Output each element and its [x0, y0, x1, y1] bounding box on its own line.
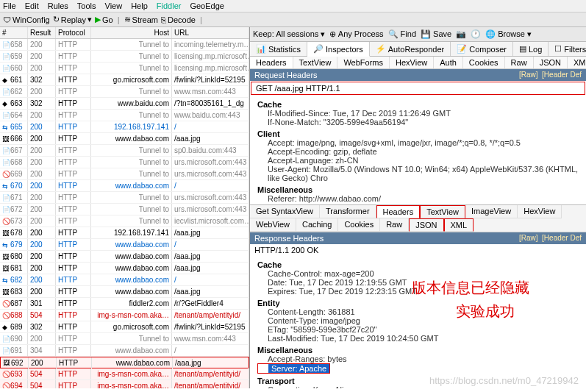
session-row[interactable]: 📄690200HTTPTunnel towww.msn.com:443	[0, 333, 249, 345]
session-row[interactable]: 📄672200HTTPTunnel tours.microsoft.com:44…	[0, 204, 249, 215]
row-icon: 🚫	[2, 371, 10, 378]
col-protocol[interactable]: Protocol	[56, 27, 91, 38]
header-def-link[interactable]: [Header Def	[542, 71, 582, 79]
reqtab-hexview[interactable]: HexView	[390, 57, 434, 68]
response-headers[interactable]: Cache Cache-Control: max-age=200 Date: T…	[250, 256, 586, 388]
session-row[interactable]: 🚫669200HTTPTunnel tours.microsoft.com:44…	[0, 168, 249, 180]
reqtab-textview[interactable]: TextView	[293, 57, 338, 68]
any-process-button[interactable]: ⊕ Any Process	[329, 29, 383, 39]
session-row[interactable]: 🖼683200HTTPwww.dabao.com/aaa.jpg	[0, 286, 249, 298]
save-button[interactable]: 💾 Save	[421, 29, 451, 39]
stream-button[interactable]: ≋ Stream	[124, 15, 158, 24]
session-row[interactable]: 🚫694504HTTPimg-s-msn-com.aka…/tenant/amp…	[0, 380, 249, 388]
reqtab-auth[interactable]: Auth	[434, 57, 463, 68]
resptab-imageview[interactable]: ImageView	[465, 205, 518, 218]
clock-icon[interactable]: 🕐	[471, 29, 481, 39]
session-row[interactable]: ⇆679200HTTPwww.dabao.com/	[0, 239, 249, 251]
go-button[interactable]: ▶ Go	[95, 15, 113, 24]
col-host[interactable]: Host	[91, 27, 172, 38]
raw-link[interactable]: [Raw]	[519, 71, 538, 79]
session-row[interactable]: ⇆670200HTTPwww.dabao.com/	[0, 180, 249, 192]
session-row[interactable]: 📄671200HTTPTunnel tours.microsoft.com:44…	[0, 192, 249, 204]
session-row[interactable]: 📄668200HTTPTunnel tours.microsoft.com:44…	[0, 157, 249, 168]
stream-label: Stream	[132, 15, 158, 24]
session-row[interactable]: 📄667200HTTPTunnel tosp0.baidu.com:443	[0, 145, 249, 157]
menu-view[interactable]: View	[105, 1, 123, 10]
session-row[interactable]: ⇆682200HTTPwww.dabao.com/	[0, 274, 249, 286]
reqtab-webforms[interactable]: WebForms	[337, 57, 390, 68]
grid-body[interactable]: 📄658200HTTPTunnel toincoming.telemetry.m…	[0, 39, 249, 388]
menu-fiddler[interactable]: Fiddler	[157, 1, 182, 10]
raw-link2[interactable]: [Raw]	[519, 234, 538, 242]
resptab-textview[interactable]: TextView	[420, 205, 465, 218]
session-row[interactable]: 📄664200HTTPTunnel towww.baidu.com:443	[0, 110, 249, 121]
col-result[interactable]: Result	[28, 27, 56, 38]
tab-autoresponder[interactable]: ⚡AutoResponder	[370, 42, 451, 56]
browse-button[interactable]: 🌐 Browse ▾	[485, 29, 532, 39]
reqtab-json[interactable]: JSON	[534, 57, 568, 68]
reqtab-cookies[interactable]: Cookies	[463, 57, 505, 68]
menu-tools[interactable]: Tools	[77, 1, 96, 10]
session-row[interactable]: 🖼681200HTTPwww.dabao.com/aaa.jpg	[0, 263, 249, 274]
request-headers[interactable]: Cache If-Modified-Since: Tue, 17 Dec 201…	[250, 96, 586, 204]
inspect-icon: 🔎	[313, 44, 324, 54]
resptab-headers[interactable]: Headers	[376, 205, 421, 218]
menu-edit[interactable]: Edit	[25, 1, 39, 10]
request-line[interactable]: GET /aaa.jpg HTTP/1.1	[251, 82, 585, 95]
row-icon: ◆	[2, 76, 10, 84]
session-row[interactable]: 🚫687301HTTPfiddler2.com/r/?GetFiddler4	[0, 298, 249, 310]
hdr-acceptenc: Accept-Encoding: gzip, deflate	[257, 147, 579, 156]
resptab-cookies[interactable]: Cookies	[338, 218, 380, 232]
session-row[interactable]: 🖼666200HTTPwww.dabao.com/aaa.jpg	[0, 133, 249, 145]
decode-button[interactable]: ⎘ Decode	[161, 15, 196, 24]
response-line[interactable]: HTTP/1.1 200 OK	[250, 244, 586, 256]
tab-inspectors[interactable]: 🔎Inspectors	[307, 42, 370, 57]
header-def-link2[interactable]: [Header Def	[542, 234, 582, 242]
session-row[interactable]: 🚫688504HTTPimg-s-msn-com.aka…/tenant/amp…	[0, 310, 249, 321]
session-row[interactable]: 📄691304HTTPwww.dabao.com/	[0, 345, 249, 357]
tab-filters[interactable]: ☐Filters	[549, 42, 586, 56]
col-num[interactable]: #	[0, 27, 28, 38]
menu-help[interactable]: Help	[131, 1, 148, 10]
resptab-syntax[interactable]: Get SyntaxView	[250, 205, 320, 218]
winconfig-button[interactable]: 🛡 WinConfig	[3, 15, 50, 24]
menu-rules[interactable]: Rules	[48, 1, 68, 10]
reqtab-raw[interactable]: Raw	[505, 57, 534, 68]
tab-composer[interactable]: 📝Composer	[451, 42, 513, 56]
session-row[interactable]: ◆689302HTTPgo.microsoft.com/fwlink/?Link…	[0, 321, 249, 333]
resptab-xml[interactable]: XML	[444, 218, 474, 232]
col-url[interactable]: URL	[172, 27, 249, 38]
session-row[interactable]: 🖼680200HTTPwww.dabao.com/aaa.jpg	[0, 251, 249, 263]
resptab-hexview[interactable]: HexView	[518, 205, 562, 218]
session-row[interactable]: ⇆665200HTTP192.168.197.141/	[0, 121, 249, 133]
resptab-raw[interactable]: Raw	[380, 218, 409, 232]
reqtab-xml[interactable]: XML	[568, 57, 586, 68]
menu-file[interactable]: File	[3, 1, 16, 10]
session-row[interactable]: 🚫693504HTTPimg-s-msn-com.aka…/tenant/amp…	[0, 368, 249, 380]
decode-label: Decode	[168, 15, 196, 24]
resptab-webview[interactable]: WebView	[250, 218, 296, 232]
resptab-json[interactable]: JSON	[409, 218, 443, 232]
row-icon: ⇆	[2, 124, 10, 131]
session-row[interactable]: ◆663302HTTPwww.baidu.com/?tn=80035161_1_…	[0, 98, 249, 110]
row-icon: 🚫	[2, 382, 10, 389]
session-row[interactable]: 📄662200HTTPTunnel towww.msn.com:443	[0, 86, 249, 98]
session-row[interactable]: 📄658200HTTPTunnel toincoming.telemetry.m…	[0, 39, 249, 51]
session-row[interactable]: 🚫673200HTTPTunnel toiecvlist.microsoft.c…	[0, 215, 249, 227]
tab-log[interactable]: ▤Log	[513, 42, 549, 56]
menu-geoedge[interactable]: GeoEdge	[190, 1, 224, 10]
reqtab-headers[interactable]: Headers	[250, 57, 293, 68]
tab-statistics[interactable]: 📊Statistics	[250, 42, 307, 56]
keep-sessions-dropdown[interactable]: Keep: All sessions ▾	[253, 29, 325, 39]
camera-icon[interactable]: 📷	[456, 29, 466, 39]
resptab-transformer[interactable]: Transformer	[320, 205, 376, 218]
session-row[interactable]: 📄659200HTTPTunnel tolicensing.mp.microso…	[0, 51, 249, 63]
session-row[interactable]: 🖼678200HTTP192.168.197.141/aaa.jpg	[0, 227, 249, 239]
resptab-caching[interactable]: Caching	[296, 218, 338, 232]
row-icon: 📄	[2, 147, 10, 154]
session-row[interactable]: 📄660200HTTPTunnel tolicensing.mp.microso…	[0, 63, 249, 74]
replay-button[interactable]: ↻ Replay ▾	[53, 15, 92, 24]
find-button[interactable]: 🔍 Find	[388, 29, 416, 39]
session-row[interactable]: ◆661302HTTPgo.microsoft.com/fwlink/?Link…	[0, 74, 249, 86]
session-row[interactable]: 🖼692200HTTPwww.dabao.com/aaa.jpg	[0, 357, 249, 368]
